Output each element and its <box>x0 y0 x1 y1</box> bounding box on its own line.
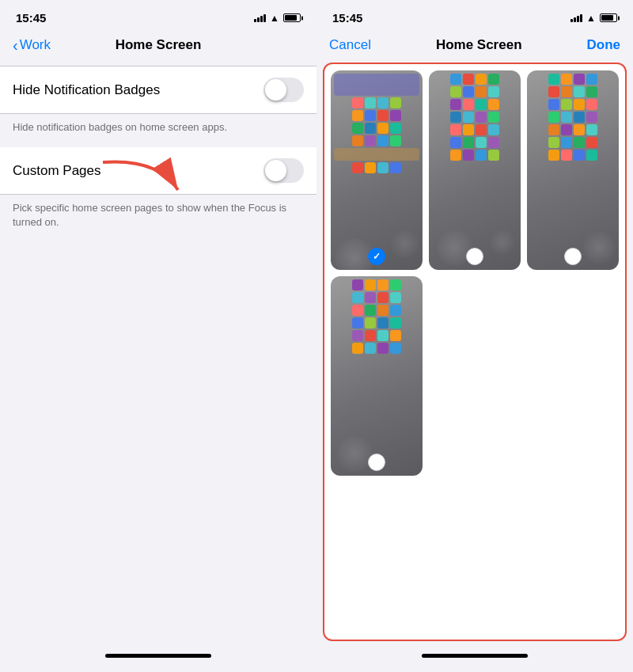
cancel-button[interactable]: Cancel <box>329 37 371 53</box>
hide-notification-badges-item[interactable]: Hide Notification Badges <box>0 66 316 114</box>
page-4-select[interactable] <box>368 454 385 471</box>
nav-bar-left: ‹ Work Home Screen <box>0 31 316 66</box>
hide-notification-badges-toggle[interactable] <box>263 78 304 102</box>
battery-icon <box>283 13 301 22</box>
pages-top-row: ✓ <box>331 70 619 270</box>
settings-list: Hide Notification Badges Hide notificati… <box>0 66 316 638</box>
page-1-select[interactable]: ✓ <box>368 248 385 265</box>
wifi-icon: ▲ <box>270 13 279 24</box>
pages-bottom-row <box>331 276 619 476</box>
wifi-icon-right: ▲ <box>586 13 596 24</box>
page-3-select[interactable] <box>564 248 582 265</box>
done-button[interactable]: Done <box>587 37 621 53</box>
signal-icon <box>254 14 266 22</box>
right-panel: 15:45 ▲ Cancel Home Screen Done <box>316 0 633 672</box>
status-icons-left: ▲ <box>254 13 301 24</box>
hide-notification-badges-label: Hide Notification Badges <box>13 82 160 98</box>
back-button[interactable]: ‹ Work <box>13 36 51 55</box>
back-label: Work <box>20 37 51 53</box>
status-bar-left: 15:45 ▲ <box>0 0 316 31</box>
status-icons-right: ▲ <box>570 13 617 24</box>
page-thumb-4[interactable] <box>331 276 423 476</box>
toggle-knob <box>265 79 286 101</box>
time-right: 15:45 <box>332 11 362 25</box>
page-title-left: Home Screen <box>116 37 202 53</box>
pages-grid-container: ✓ <box>323 63 627 641</box>
time-left: 15:45 <box>16 11 46 25</box>
page-thumb-2[interactable] <box>429 70 521 270</box>
home-indicator-right <box>316 647 633 672</box>
toggle-knob-2 <box>265 160 286 181</box>
custom-pages-label: Custom Pages <box>13 163 101 179</box>
custom-pages-desc: Pick specific home screen pages to show … <box>0 195 316 242</box>
hide-notification-badges-desc: Hide notification badges on home screen … <box>0 114 316 147</box>
home-indicator-left <box>0 638 316 672</box>
status-bar-right: 15:45 ▲ <box>316 0 633 31</box>
back-chevron-icon: ‹ <box>13 36 18 55</box>
modal-nav: Cancel Home Screen Done <box>316 31 633 63</box>
signal-icon-right <box>570 14 582 22</box>
checkmark-icon: ✓ <box>373 251 381 262</box>
page-thumb-3[interactable] <box>527 70 619 270</box>
page-2-select[interactable] <box>466 248 483 265</box>
modal-title: Home Screen <box>436 37 522 53</box>
custom-pages-item[interactable]: Custom Pages <box>0 147 316 195</box>
custom-pages-toggle[interactable] <box>263 158 304 183</box>
battery-icon-right <box>600 13 617 22</box>
page-thumb-1[interactable]: ✓ <box>331 70 423 270</box>
left-panel: 15:45 ▲ ‹ Work Home Screen Hide Notifica… <box>0 0 316 672</box>
